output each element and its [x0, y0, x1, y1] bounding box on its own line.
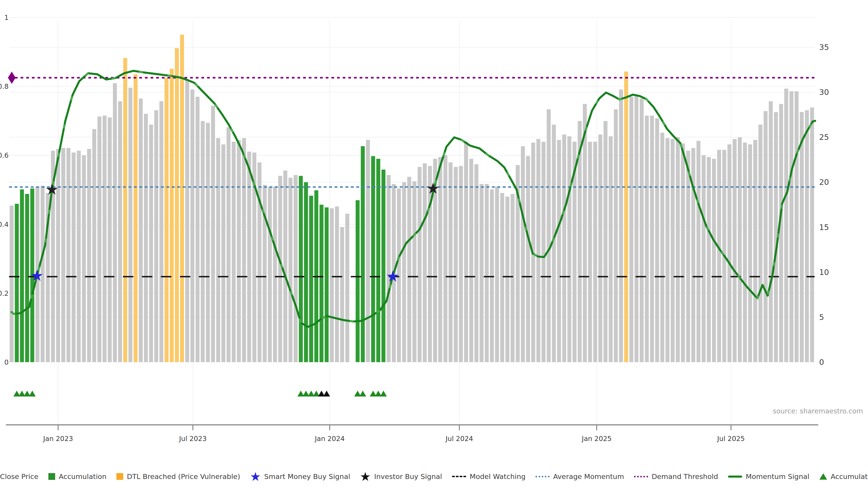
close-price-bar	[144, 114, 148, 362]
y-right-tick-label: 5	[819, 313, 824, 322]
close-price-bar	[469, 159, 473, 362]
close-price-bar	[459, 166, 463, 362]
accumulation-bar	[324, 207, 329, 362]
close-price-bar	[769, 101, 773, 362]
close-price-bar	[449, 162, 453, 362]
close-price-bar	[629, 97, 633, 362]
close-price-bar	[103, 116, 107, 362]
legend-item-smart-money-buy: Smart Money Buy Signal	[250, 471, 350, 482]
x-tick-label: Jul 2025	[717, 435, 745, 443]
close-price-bar	[500, 193, 504, 362]
close-price-bar	[733, 139, 737, 362]
accumulation-tri-triangle-icon	[819, 473, 827, 480]
close-price-bar	[139, 98, 143, 362]
y-right-tick-label: 0	[819, 358, 824, 367]
close-price-bar	[221, 144, 225, 362]
close-price-bar	[273, 187, 277, 362]
legend-label-investor-buy: Investor Buy Signal	[374, 473, 442, 481]
accumulation-bar	[25, 194, 29, 362]
legend-item-average-momentum: Average Momentum	[535, 473, 624, 481]
legend-label-demand-threshold: Demand Threshold	[652, 473, 718, 481]
close-price-bar	[562, 134, 566, 362]
close-price-bar	[681, 143, 685, 362]
close-price-bar	[485, 184, 489, 362]
close-price-bar	[443, 155, 447, 362]
y-left-tick-label: 0.2	[0, 289, 8, 297]
y-right-tick-label: 30	[819, 88, 829, 97]
close-price-bar	[330, 208, 334, 362]
accumulation-bar	[376, 159, 380, 362]
accumulation-triangle-icon	[360, 391, 366, 396]
x-tick-label: Jan 2025	[581, 435, 612, 443]
close-price-bar	[557, 140, 561, 362]
close-price-bar	[603, 121, 608, 362]
chart-canvas: Jan 2023Jul 2023Jan 2024Jul 2024Jan 2025…	[0, 0, 868, 488]
momentum-signal-line-icon	[728, 476, 742, 478]
close-price-bar	[593, 142, 597, 362]
close-price-bar	[72, 153, 76, 362]
close-price-bar	[805, 110, 809, 362]
close-price-bar	[288, 178, 292, 362]
close-price-bar	[707, 157, 711, 362]
close-price-bar	[686, 151, 690, 362]
close-price-bar	[784, 89, 788, 362]
close-price-bar	[619, 90, 623, 362]
average-momentum-dotted-icon	[535, 476, 550, 477]
accumulation-bar	[355, 200, 360, 362]
close-price-bar	[340, 227, 344, 362]
close-price-bar	[671, 139, 675, 362]
close-price-bar	[764, 111, 768, 362]
legend: Close PriceAccumulationDTL Breached (Pri…	[0, 471, 868, 482]
close-price-bar	[345, 214, 349, 362]
close-price-bar	[206, 123, 210, 362]
close-price-bar	[407, 177, 411, 362]
accumulation-bar	[20, 189, 24, 362]
demand-threshold-diamond-icon	[8, 72, 16, 84]
close-price-bar	[366, 140, 370, 362]
legend-label-accumulation-bar: Accumulation	[59, 473, 106, 481]
legend-item-model-watching: Model Watching	[452, 473, 526, 481]
y-right-tick-label: 35	[819, 43, 829, 52]
close-price-bar	[676, 137, 680, 362]
close-price-bar	[743, 142, 747, 362]
dtl-breached-bar	[164, 78, 168, 362]
accumulation-bar	[319, 205, 323, 362]
close-price-bar	[87, 149, 91, 362]
accumulation-triangle-icon	[29, 391, 36, 396]
legend-label-close-price: Close Price	[0, 473, 38, 481]
y-left-tick-label: 0.8	[0, 83, 8, 90]
close-price-bar	[154, 110, 158, 362]
close-price-bar	[510, 194, 515, 362]
close-price-bar	[195, 97, 199, 362]
close-price-bar	[588, 142, 592, 362]
close-price-bar	[614, 109, 618, 362]
y-right-tick-label: 20	[819, 177, 829, 187]
close-price-bar	[118, 101, 122, 362]
close-price-bar	[789, 91, 794, 362]
y-left-tick-label: 1	[4, 13, 8, 22]
accumulation-bar	[299, 176, 303, 362]
accumulation-triangle-black-icon	[323, 391, 330, 396]
close-price-bar	[717, 150, 721, 362]
close-price-bar	[702, 155, 706, 362]
y-left-tick-label: 0.6	[0, 151, 8, 159]
x-tick-label: Jan 2023	[43, 435, 73, 443]
close-price-bar	[283, 170, 287, 362]
legend-item-accumulation-bar: Accumulation	[49, 473, 106, 481]
close-price-bar	[77, 151, 81, 362]
close-price-bar	[547, 109, 551, 362]
close-price-bar	[226, 127, 230, 362]
close-price-bar	[41, 186, 45, 362]
legend-item-dtl-breached: DTL Breached (Price Vulnerable)	[116, 473, 240, 481]
dtl-breached-swatch-icon	[116, 473, 123, 480]
close-price-bar	[108, 118, 112, 362]
close-price-bar	[418, 167, 422, 362]
smart-money-buy-star-icon	[250, 471, 260, 482]
x-tick-label: Jul 2024	[445, 435, 473, 443]
close-price-bar	[454, 167, 458, 362]
close-price-bar	[216, 138, 220, 362]
close-price-bar	[61, 148, 65, 362]
legend-item-momentum-signal: Momentum Signal	[728, 473, 809, 481]
close-price-bar	[97, 117, 101, 362]
investor-buy-star-icon	[360, 471, 370, 482]
